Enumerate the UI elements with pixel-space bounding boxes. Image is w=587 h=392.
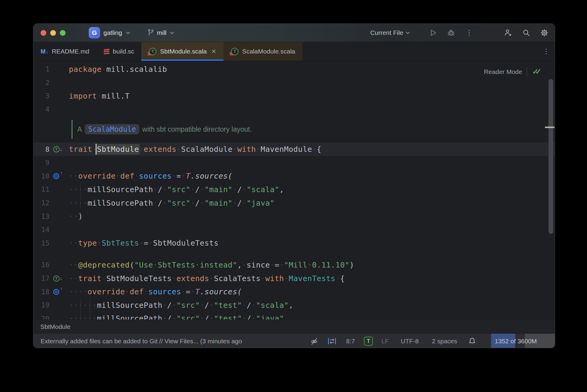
tab-readme-md[interactable]: M↓ README.md — [33, 42, 97, 61]
code-text[interactable]: import·mill.T — [66, 92, 555, 100]
line-separator-widget[interactable]: LF — [381, 338, 389, 345]
line-number[interactable]: 15 — [33, 239, 50, 247]
code-line[interactable]: 15··type·SbtTests·=·SbtModuleTests — [33, 237, 555, 250]
breadcrumb-item[interactable]: SbtModule — [40, 323, 70, 330]
code-editor[interactable]: 1package·mill.scalalib23import·mill.T4AS… — [33, 61, 555, 320]
code-line[interactable]: 4 — [33, 103, 555, 116]
overrides-member-gutter-icon[interactable]: ↑ — [50, 289, 66, 295]
code-line[interactable]: 9 — [33, 156, 555, 170]
scrollbar-thumb[interactable] — [549, 79, 553, 234]
code-line[interactable]: 12····millSourcePath·/·"src"·/·"main"·/·… — [33, 196, 555, 210]
line-number[interactable]: 18 — [33, 288, 50, 296]
line-number[interactable]: 20 — [33, 315, 50, 320]
debug-button[interactable] — [446, 28, 456, 38]
project-selector[interactable]: G gatling — [89, 24, 130, 42]
code-text[interactable]: ··@deprecated("Use·SbtTests·instead",·si… — [66, 261, 555, 269]
empty-gap[interactable] — [33, 250, 555, 258]
code-line[interactable]: 14 — [33, 223, 555, 237]
status-message[interactable]: Externally added files can be added to G… — [41, 338, 290, 345]
line-number[interactable]: 17 — [33, 274, 50, 282]
line-number[interactable]: 14 — [33, 226, 50, 234]
highlighting-off-icon[interactable] — [310, 337, 318, 345]
code-line[interactable]: 18↑····override·def·sources·=·T.sources( — [33, 285, 555, 299]
line-number[interactable]: 10 — [33, 172, 50, 180]
code-text[interactable]: ······millSourcePath·/·"src"·/·"test"·/·… — [66, 301, 555, 310]
code-text[interactable]: ··type·SbtTests·=·SbtModuleTests — [66, 239, 555, 247]
line-number[interactable]: 2 — [33, 79, 50, 87]
code-line[interactable]: 20······millSourcePath·/·"src"·/·"test"·… — [33, 312, 555, 320]
code-text[interactable]: trait·SbtModule·extends·ScalaModule·with… — [66, 145, 555, 154]
run-configuration-label: Current File — [370, 29, 403, 36]
reader-mode-widget[interactable]: Reader Mode ✓✓ — [484, 67, 542, 76]
maximize-window-button[interactable] — [60, 30, 66, 36]
close-tab-icon[interactable]: ✕ — [211, 48, 217, 55]
chevron-down-icon — [170, 32, 174, 34]
project-icon: G — [89, 27, 100, 38]
code-text[interactable]: ··override·def·sources·=·T.sources( — [66, 172, 555, 180]
divider — [527, 67, 527, 76]
code-text[interactable]: ··trait·SbtModuleTests·extends·ScalaTest… — [66, 274, 555, 283]
code-text[interactable]: ··) — [66, 212, 555, 221]
code-line[interactable]: 8T↓trait·SbtModule·extends·ScalaModule·w… — [33, 142, 555, 156]
code-text[interactable]: ····override·def·sources·=·T.sources( — [66, 287, 555, 296]
notifications-bell-icon[interactable] — [468, 337, 476, 345]
type-aware-highlighting-badge[interactable]: T — [364, 337, 373, 346]
settings-gear-icon[interactable] — [539, 28, 549, 38]
line-number[interactable]: 3 — [33, 92, 50, 100]
memory-label: 1352 of 3600M — [495, 338, 537, 345]
code-line[interactable]: 17T↓··trait·SbtModuleTests·extends·Scala… — [33, 272, 555, 285]
indent-widget[interactable]: 2 spaces — [432, 338, 457, 345]
encoding-widget[interactable]: UTF-8 — [401, 338, 419, 345]
line-number[interactable]: 16 — [33, 261, 50, 269]
code-with-me-button[interactable] — [503, 28, 513, 38]
inspections-ok-icon[interactable]: ✓✓ — [532, 67, 542, 76]
code-line[interactable]: 2 — [33, 76, 555, 90]
line-number[interactable]: 13 — [33, 213, 50, 220]
code-line[interactable]: 19······millSourcePath·/·"src"·/·"test"·… — [33, 299, 555, 312]
more-actions-button[interactable]: ⋮ — [464, 28, 474, 38]
tab-sbtmodule-scala[interactable]: T SbtModule.scala ✕ — [141, 42, 223, 61]
tab-scalamodule-scala[interactable]: T ScalaModule.scala — [223, 42, 302, 61]
doc-comment-text: AScalaModulewith sbt compatible director… — [77, 116, 252, 142]
git-branch-icon — [147, 29, 154, 37]
code-text[interactable]: package·mill.scalalib — [66, 65, 555, 74]
scrollbar-stripe-mark — [545, 127, 555, 128]
close-window-button[interactable] — [41, 30, 46, 36]
vcs-branch-widget[interactable]: mill — [147, 24, 174, 42]
overrides-member-gutter-icon[interactable]: ↑ — [50, 173, 66, 179]
doc-code-chip[interactable]: ScalaModule — [85, 124, 139, 134]
indent-guide — [80, 299, 81, 312]
tab-options-button[interactable]: ⋮ — [537, 42, 555, 61]
implemented-trait-gutter-icon[interactable]: T↓ — [50, 275, 66, 282]
line-number[interactable]: 1 — [33, 65, 50, 73]
tab-build-sc[interactable]: build.sc — [97, 42, 141, 61]
search-everywhere-button[interactable] — [521, 28, 531, 38]
line-number[interactable]: 19 — [33, 301, 50, 309]
implemented-trait-gutter-icon[interactable]: T↓ — [50, 146, 66, 152]
minimize-window-button[interactable] — [50, 30, 56, 36]
code-text[interactable]: ····millSourcePath·/·"src"·/·"main"·/·"j… — [66, 199, 555, 207]
code-line[interactable]: 10↑··override·def·sources·=·T.sources( — [33, 170, 555, 183]
line-number[interactable]: 9 — [33, 159, 50, 167]
run-configuration-selector[interactable]: Current File — [370, 29, 410, 36]
run-button[interactable] — [428, 28, 438, 38]
line-number[interactable]: 11 — [33, 185, 50, 193]
line-number[interactable]: 8 — [33, 145, 50, 153]
line-number[interactable]: 12 — [33, 199, 50, 207]
code-area[interactable]: 1package·mill.scalalib23import·mill.T4AS… — [33, 61, 555, 320]
reader-mode-label: Reader Mode — [484, 68, 522, 75]
code-line[interactable]: 13··) — [33, 210, 555, 223]
code-line[interactable]: 1package·mill.scalalib — [33, 63, 555, 76]
code-text[interactable]: ····millSourcePath·/·"src"·/·"main"·/·"s… — [66, 185, 555, 194]
code-line[interactable]: 11····millSourcePath·/·"src"·/·"main"·/·… — [33, 183, 555, 196]
identifier-highlight-with-caret: SbtModule — [97, 145, 139, 154]
indent-guide — [90, 312, 90, 320]
code-line[interactable]: 3import·mill.T — [33, 89, 555, 103]
caret-position[interactable]: 8:7 — [346, 338, 355, 345]
line-number[interactable]: 4 — [33, 106, 50, 113]
code-line[interactable]: 16··@deprecated("Use·SbtTests·instead",·… — [33, 258, 555, 272]
code-text[interactable]: ······millSourcePath·/·"src"·/·"test"·/·… — [66, 314, 555, 320]
column-sync-icon[interactable] — [327, 337, 337, 345]
rendered-doc-comment[interactable]: AScalaModulewith sbt compatible director… — [33, 116, 555, 142]
memory-indicator[interactable]: 1352 of 3600M — [491, 334, 555, 348]
